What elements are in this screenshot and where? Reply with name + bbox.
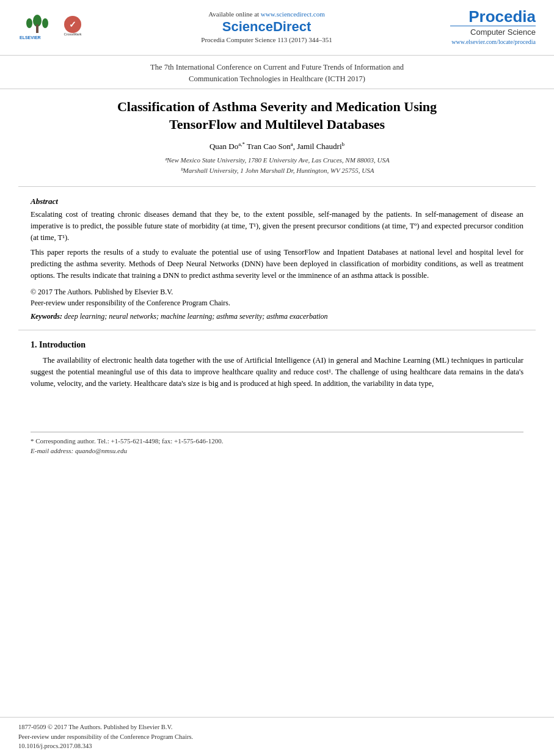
sciencedirect-title: ScienceDirect [83,19,450,35]
crossmark-logo: ✓ CrossMark [62,15,83,39]
footnote-2: E-mail address: quando@nmsu.edu [31,446,523,456]
paper-title-section: Classification of Asthma Severity and Me… [0,89,554,182]
bottom-bar: 1877-0509 © 2017 The Authors. Published … [0,717,554,756]
affiliation-b: ᵇMarshall University, 1 John Marshall Dr… [37,165,517,176]
author2-name: Tran Cao Son [245,142,291,151]
abstract-paragraph1: Escalating cost of treating chronic dise… [31,209,523,243]
introduction-section: 1. Introduction The availability of elec… [0,335,554,395]
affiliation-a: ᵃNew Mexico State University, 1780 E Uni… [37,155,517,165]
authors: Quan Doa,* Tran Cao Sona, Jamil Chaudrib [37,141,517,151]
paper-title: Classification of Asthma Severity and Me… [37,98,517,134]
header-center: Available online at www.sciencedirect.co… [83,10,450,43]
abstract-heading: Abstract [31,197,523,206]
svg-text:ELSEVIER: ELSEVIER [20,35,41,40]
available-online: Available online at www.sciencedirect.co… [83,10,450,18]
affiliations: ᵃNew Mexico State University, 1780 E Uni… [37,155,517,175]
footnote-separator: * Corresponding author. Tel.: +1-575-621… [31,432,523,456]
divider-1 [18,186,536,187]
svg-point-3 [42,18,48,28]
author1-sup: a,* [238,141,245,147]
elsevier-logo: ELSEVIER [18,13,56,40]
bottom-issn: 1877-0509 © 2017 The Authors. Published … [18,722,536,732]
header: ELSEVIER ✓ CrossMark Available online at… [0,0,554,56]
svg-rect-4 [36,24,38,33]
divider-2 [18,330,536,330]
page: ELSEVIER ✓ CrossMark Available online at… [0,0,554,756]
bottom-doi: 10.1016/j.procs.2017.08.343 [18,741,536,751]
keywords-label: Keywords: [31,312,62,321]
author3-sup: b [342,141,345,147]
computer-science-label: Computer Science [450,26,536,37]
elsevier-url: www.elsevier.com/locate/procedia [450,38,536,45]
keywords-text: deep learning; neural networks; machine … [62,312,328,321]
conference-title: The 7th International Conference on Curr… [37,62,517,85]
footnote-1: * Corresponding author. Tel.: +1-575-621… [31,436,523,446]
copyright-text: © 2017 The Authors. Published by Elsevie… [31,286,523,308]
svg-point-2 [26,18,32,28]
author3-name: , Jamil Chaudri [293,142,342,151]
author1-name: Quan Do [210,142,238,151]
bottom-peer-review: Peer-review under responsibility of the … [18,732,536,742]
procedia-title: Procedia [450,9,536,24]
svg-text:✓: ✓ [69,20,76,29]
abstract-section: Abstract Escalating cost of treating chr… [0,192,554,325]
conference-banner: The 7th International Conference on Curr… [0,56,554,89]
abstract-paragraph2: This paper reports the results of a stud… [31,247,523,281]
procedia-branding: Procedia Computer Science www.elsevier.c… [450,9,536,45]
section-heading-intro: 1. Introduction [31,340,523,350]
keywords: Keywords: deep learning; neural networks… [31,312,523,321]
svg-text:CrossMark: CrossMark [64,32,82,36]
introduction-text: The availability of electronic health da… [31,355,523,390]
header-logos: ELSEVIER ✓ CrossMark [18,13,83,40]
journal-info: Procedia Computer Science 113 (2017) 344… [83,36,450,43]
sciencedirect-link[interactable]: www.sciencedirect.com [261,10,325,18]
